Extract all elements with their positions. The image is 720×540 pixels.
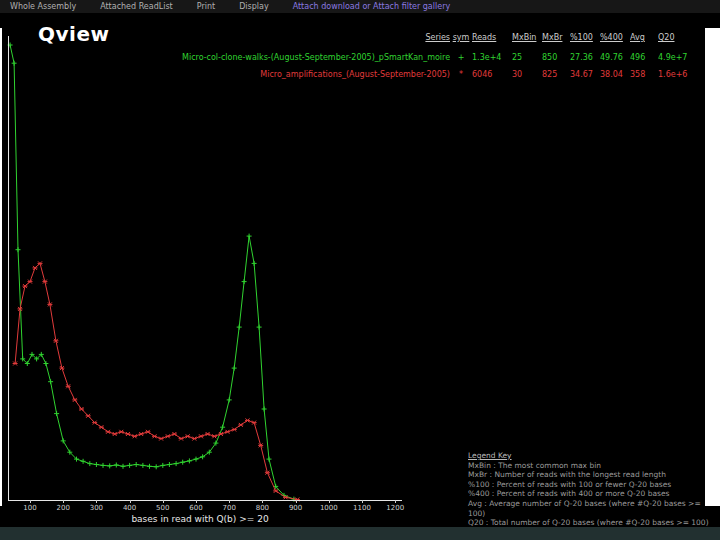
- x-tick-mark: [96, 500, 97, 503]
- x-tick-label: 400: [118, 504, 142, 512]
- column-header[interactable]: Avg: [630, 33, 656, 43]
- x-tick-mark: [196, 500, 197, 503]
- series-value: 25: [512, 53, 540, 63]
- series-value: 496: [630, 53, 656, 63]
- legend-line: MxBin : The most common max bin: [468, 461, 718, 471]
- page-margin-right: [705, 28, 720, 506]
- series-value: 49.76: [600, 53, 628, 63]
- legend-line: MxBr : Number of reads with the longest …: [468, 470, 718, 480]
- series-value: 825: [542, 70, 568, 80]
- series-row: Micro-col-clone-walks-(August-September-…: [182, 53, 694, 63]
- legend-line: %400 : Percent of reads with 400 or more…: [468, 489, 718, 499]
- series-value: 1.3e+4: [472, 53, 510, 63]
- x-tick-label: 900: [284, 504, 308, 512]
- x-tick-mark: [329, 500, 330, 503]
- x-axis-label: bases in read with Q(b) >= 20: [55, 514, 345, 524]
- column-header[interactable]: sym: [452, 33, 470, 43]
- series-symbol: +: [452, 53, 470, 63]
- legend-lines: MxBin : The most common max binMxBr : Nu…: [468, 461, 718, 528]
- series-name[interactable]: Micro_amplifications_(August-September-2…: [182, 70, 450, 80]
- series-value: 4.9e+7: [658, 53, 690, 63]
- x-tick-mark: [30, 500, 31, 503]
- legend-line: %100 : Percent of reads with 100 or fewe…: [468, 480, 718, 490]
- column-header[interactable]: MxBr: [542, 33, 568, 43]
- legend-key-title: Legend Key: [468, 451, 718, 461]
- x-ticks: 100200300400500600700800900100011001200: [0, 500, 470, 514]
- legend-line: Avg : Average number of Q-20 bases (wher…: [468, 499, 718, 518]
- column-header[interactable]: MxBin: [512, 33, 540, 43]
- series-symbol: *: [452, 70, 470, 80]
- x-tick-mark: [63, 500, 64, 503]
- series-value: 34.67: [570, 70, 598, 80]
- series-row: Micro_amplifications_(August-September-2…: [182, 70, 694, 80]
- series-value: 30: [512, 70, 540, 80]
- x-tick-label: 700: [217, 504, 241, 512]
- x-tick-label: 500: [151, 504, 175, 512]
- x-tick-mark: [163, 500, 164, 503]
- series-name[interactable]: Micro-col-clone-walks-(August-September-…: [182, 53, 450, 63]
- bottom-bar: [0, 527, 720, 540]
- y-axis: [8, 36, 9, 501]
- x-tick-label: 1100: [350, 504, 374, 512]
- series-line-plus: [10, 45, 294, 499]
- qview-window: Whole AssemblyAttached ReadListPrintDisp…: [0, 0, 720, 540]
- page-margin-left: [0, 28, 2, 506]
- x-tick-mark: [130, 500, 131, 503]
- series-markers-plus: [8, 43, 297, 502]
- legend-key: Legend Key MxBin : The most common max b…: [468, 451, 718, 528]
- series-value: 358: [630, 70, 656, 80]
- x-tick-label: 600: [184, 504, 208, 512]
- x-tick-label: 100: [18, 504, 42, 512]
- column-header[interactable]: Reads: [472, 33, 510, 43]
- column-header[interactable]: Q20: [658, 33, 690, 43]
- series-value: 6046: [472, 70, 510, 80]
- series-table-header: SeriessymReadsMxBinMxBr%100%400AvgQ20: [182, 33, 694, 43]
- x-tick-label: 300: [84, 504, 108, 512]
- x-tick-label: 1200: [383, 504, 407, 512]
- x-tick-label: 800: [250, 504, 274, 512]
- x-tick-mark: [229, 500, 230, 503]
- x-tick-mark: [395, 500, 396, 503]
- x-tick-mark: [262, 500, 263, 503]
- series-table: SeriessymReadsMxBinMxBr%100%400AvgQ20Mic…: [182, 33, 694, 87]
- x-tick-label: 1000: [317, 504, 341, 512]
- series-value: 1.6e+6: [658, 70, 690, 80]
- x-tick-mark: [362, 500, 363, 503]
- series-line-star: [15, 263, 297, 499]
- series-value: 38.04: [600, 70, 628, 80]
- column-header[interactable]: %100: [570, 33, 598, 43]
- series-value: 850: [542, 53, 568, 63]
- column-header[interactable]: Series: [182, 33, 450, 43]
- x-tick-mark: [296, 500, 297, 503]
- series-value: 27.36: [570, 53, 598, 63]
- column-header[interactable]: %400: [600, 33, 628, 43]
- x-tick-label: 200: [51, 504, 75, 512]
